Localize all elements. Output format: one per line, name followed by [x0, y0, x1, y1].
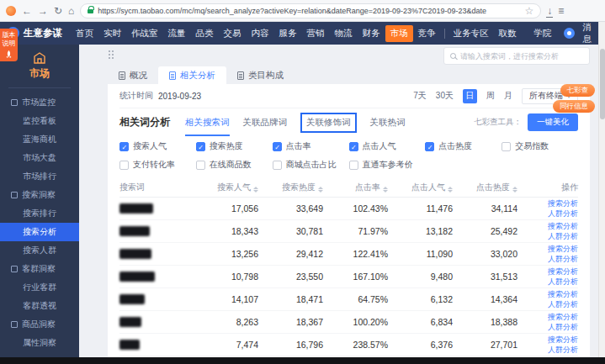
sidebar-item-attribute-insight[interactable]: 属性洞察: [0, 334, 79, 352]
nav-item-marketing[interactable]: 营销: [302, 25, 330, 42]
metric-online-products[interactable]: 在线商品数: [196, 159, 273, 171]
checkbox-checked-icon[interactable]: [425, 142, 434, 151]
tab-relation-analyze[interactable]: 相关分析: [158, 66, 226, 84]
col-search-heat[interactable]: 搜索热度: [258, 182, 323, 193]
tab-category-compose[interactable]: 类目构成: [226, 66, 295, 84]
sidebar-item-market-monitor[interactable]: 市场监控: [0, 93, 79, 112]
wordtab-related-search[interactable]: 相关搜索词: [185, 117, 230, 129]
sidebar-item-audience-insight[interactable]: 客群洞察: [0, 260, 79, 278]
tab-overview[interactable]: 概况: [108, 66, 158, 84]
bookmark-star-icon[interactable]: ☆: [525, 6, 534, 16]
checkbox-checked-icon[interactable]: [273, 142, 282, 151]
nav-item-trade[interactable]: 交易: [219, 25, 247, 42]
sidebar-item-search-audience[interactable]: 搜索人群: [0, 241, 79, 260]
checkbox-icon[interactable]: [349, 161, 358, 170]
col-click-popularity[interactable]: 点击人气: [388, 182, 453, 193]
nav-item-market[interactable]: 市场: [385, 25, 413, 42]
nav-item-service[interactable]: 服务: [274, 25, 302, 42]
checkbox-checked-icon[interactable]: [196, 142, 205, 151]
nav-item-compete[interactable]: 竞争: [413, 25, 441, 42]
version-badge[interactable]: 版本说明: [0, 29, 18, 61]
nav-item-category[interactable]: 品类: [191, 25, 219, 42]
audience-analyze-link[interactable]: 人群分析: [548, 232, 578, 241]
forward-icon[interactable]: →: [38, 6, 48, 16]
range-week[interactable]: 周: [486, 90, 495, 102]
scrollbar-thumb[interactable]: [600, 49, 605, 119]
message-label[interactable]: 消息: [582, 22, 598, 45]
wordtab-brand[interactable]: 关联品牌词: [243, 117, 288, 129]
download-icon[interactable]: ↓: [547, 6, 552, 16]
audience-analyze-link[interactable]: 人群分析: [548, 300, 578, 309]
beautify-button[interactable]: 一键美化: [528, 113, 578, 131]
col-click-heat[interactable]: 点击热度: [453, 182, 517, 193]
address-bar[interactable]: https://sycm.taobao.com/mc/mq/search_ana…: [80, 3, 541, 18]
scrollbar-track[interactable]: [598, 22, 605, 357]
audience-analyze-link[interactable]: 人群分析: [548, 346, 578, 355]
range-month[interactable]: 月: [504, 90, 512, 102]
browser-menu-icon[interactable]: ≡: [558, 6, 564, 16]
audience-analyze-link[interactable]: 人群分析: [548, 277, 578, 287]
checkbox-icon[interactable]: [502, 142, 511, 151]
sidebar-item-monitor-board[interactable]: 监控看板: [0, 112, 79, 130]
refresh-icon[interactable]: ↻: [54, 6, 62, 16]
sidebar-item-industry-audience[interactable]: 行业客群: [0, 278, 79, 297]
nav-item-realtime[interactable]: 实时: [98, 25, 126, 42]
col-search-popularity[interactable]: 搜索人气: [194, 182, 258, 193]
search-analyze-link[interactable]: 搜索分析: [548, 245, 578, 254]
wordtab-hot[interactable]: 关联热词: [370, 117, 406, 129]
metric-search-heat[interactable]: 搜索热度: [196, 140, 273, 152]
nav-item-traffic[interactable]: 流量: [163, 25, 191, 42]
range-day[interactable]: 日: [463, 89, 477, 103]
nav-item-home[interactable]: 首页: [71, 25, 98, 42]
back-icon[interactable]: ←: [22, 6, 32, 16]
sidebar-item-search-rank[interactable]: 搜索排行: [0, 204, 79, 223]
nav-item-qushu[interactable]: 取数: [493, 25, 521, 42]
sidebar-item-market-overview[interactable]: 市场大盘: [0, 149, 79, 167]
metric-search-popularity[interactable]: 搜索人气: [119, 140, 196, 152]
search-analyze-link[interactable]: 搜索分析: [548, 267, 578, 277]
col-click-rate[interactable]: 点击率: [323, 182, 388, 193]
audience-analyze-link[interactable]: 人群分析: [548, 209, 578, 219]
nav-item-content[interactable]: 内容: [247, 25, 274, 42]
sidebar-item-search-analyze[interactable]: 搜索分析: [0, 223, 79, 241]
search-analyze-link[interactable]: 搜索分析: [548, 335, 578, 345]
checkbox-checked-icon[interactable]: [349, 142, 358, 151]
home-icon[interactable]: ⌂: [68, 6, 74, 16]
stat-time-value[interactable]: 2019-09-23: [158, 92, 201, 101]
peer-info-pill[interactable]: 同行信息: [553, 100, 595, 113]
search-analyze-link[interactable]: 搜索分析: [548, 313, 578, 322]
wordtab-modifier[interactable]: 关联修饰词: [300, 113, 357, 133]
nav-item-logistics[interactable]: 物流: [330, 25, 358, 42]
checkbox-checked-icon[interactable]: [119, 142, 129, 151]
drag-handle-icon[interactable]: [109, 50, 110, 52]
browser-logo-icon[interactable]: [6, 6, 16, 16]
metric-ztc-ref-price[interactable]: 直通车参考价: [349, 159, 426, 171]
metric-click-popularity[interactable]: 点击人气: [349, 140, 426, 152]
checkbox-icon[interactable]: [119, 161, 129, 170]
search-input[interactable]: [460, 52, 583, 61]
metric-click-heat[interactable]: 点击热度: [425, 140, 502, 152]
sidebar-item-audience-view[interactable]: 客群透视: [0, 297, 79, 315]
search-analyze-link[interactable]: 搜索分析: [548, 222, 578, 231]
nav-item-bizzone[interactable]: 业务专区: [448, 25, 493, 42]
nav-item-finance[interactable]: 财务: [358, 25, 385, 42]
sidebar-item-search-insight[interactable]: 搜索洞察: [0, 186, 79, 204]
metric-pay-conversion[interactable]: 支付转化率: [119, 159, 196, 171]
qicaicha-pill[interactable]: 七彩查: [560, 84, 596, 97]
message-icon[interactable]: [564, 28, 575, 39]
nav-item-academy[interactable]: 学院: [528, 25, 556, 42]
checkbox-icon[interactable]: [273, 161, 282, 170]
audience-analyze-link[interactable]: 人群分析: [548, 255, 578, 264]
range-30d[interactable]: 30天: [436, 90, 454, 102]
search-analyze-link[interactable]: 搜索分析: [548, 199, 578, 208]
audience-analyze-link[interactable]: 人群分析: [548, 323, 578, 332]
checkbox-icon[interactable]: [196, 161, 205, 170]
range-7d[interactable]: 7天: [413, 90, 427, 102]
metric-click-rate[interactable]: 点击率: [273, 140, 349, 152]
sidebar-item-market-rank[interactable]: 市场排行: [0, 167, 79, 186]
metric-trade-index[interactable]: 交易指数: [502, 140, 578, 152]
search-analyze-link[interactable]: 搜索分析: [548, 290, 578, 299]
nav-item-warroom[interactable]: 作战室: [126, 25, 163, 42]
metric-mall-click-share[interactable]: 商城点击占比: [273, 159, 349, 171]
sidebar-item-product-insight[interactable]: 商品洞察: [0, 315, 79, 334]
